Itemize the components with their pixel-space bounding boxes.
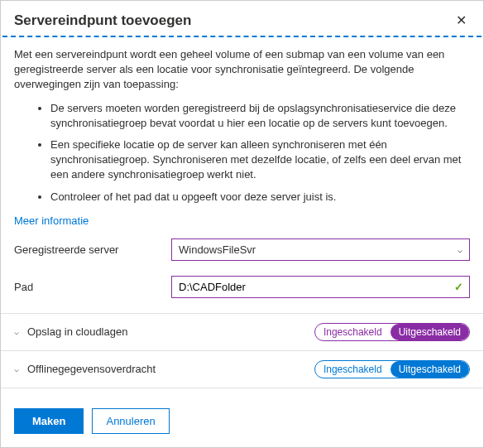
section-header: ⌵ Offlinegegevensoverdracht [14, 363, 156, 375]
create-button[interactable]: Maken [14, 408, 84, 434]
path-input-wrapper: ✓ [171, 276, 470, 298]
path-label: Pad [14, 281, 171, 293]
offline-transfer-section[interactable]: ⌵ Offlinegegevensoverdracht Ingeschakeld… [1, 351, 483, 388]
registered-server-select[interactable]: WindowsFileSvr ⌵ [171, 238, 470, 261]
panel-content: Met een servereindpunt wordt een geheel … [1, 37, 483, 313]
description-text: Met een servereindpunt wordt een geheel … [14, 47, 470, 93]
cloud-tiering-label: Opslag in cloudlagen [27, 325, 127, 338]
cloud-tiering-section[interactable]: ⌵ Opslag in cloudlagen Ingeschakeld Uitg… [1, 314, 483, 350]
cloud-tiering-toggle[interactable]: Ingeschakeld Uitgeschakeld [314, 323, 470, 341]
checkmark-icon: ✓ [454, 281, 463, 293]
panel-footer: Maken Annuleren [1, 395, 483, 447]
toggle-off-option[interactable]: Uitgeschakeld [391, 324, 469, 340]
cancel-button[interactable]: Annuleren [92, 408, 169, 434]
server-label: Geregistreerde server [14, 243, 171, 256]
separator [1, 388, 483, 388]
list-item: De servers moeten worden geregistreerd b… [50, 101, 470, 131]
toggle-on-option[interactable]: Ingeschakeld [315, 324, 391, 340]
server-row: Geregistreerde server WindowsFileSvr ⌵ [14, 238, 470, 261]
path-input[interactable] [171, 276, 470, 298]
list-item: Controleer of het pad dat u opgeeft voor… [50, 190, 470, 205]
panel-title: Servereindpunt toevoegen [14, 12, 191, 29]
chevron-down-icon: ⌵ [458, 245, 462, 254]
considerations-list: De servers moeten worden geregistreerd b… [14, 101, 470, 205]
offline-transfer-toggle[interactable]: Ingeschakeld Uitgeschakeld [314, 360, 470, 378]
chevron-down-icon: ⌵ [14, 364, 19, 373]
select-value: WindowsFileSvr [179, 243, 256, 256]
section-header: ⌵ Opslag in cloudlagen [14, 325, 127, 338]
toggle-on-option[interactable]: Ingeschakeld [315, 361, 391, 378]
panel-header: Servereindpunt toevoegen ✕ [1, 1, 483, 36]
add-server-endpoint-panel: Servereindpunt toevoegen ✕ Met een serve… [0, 0, 484, 448]
offline-transfer-label: Offlinegegevensoverdracht [27, 363, 156, 375]
chevron-down-icon: ⌵ [14, 327, 19, 336]
toggle-off-option[interactable]: Uitgeschakeld [391, 361, 469, 378]
list-item: Een specifieke locatie op de server kan … [50, 137, 470, 183]
more-info-link[interactable]: Meer informatie [14, 214, 89, 227]
path-row: Pad ✓ [14, 276, 470, 298]
close-icon: ✕ [456, 13, 467, 27]
close-button[interactable]: ✕ [453, 11, 470, 31]
